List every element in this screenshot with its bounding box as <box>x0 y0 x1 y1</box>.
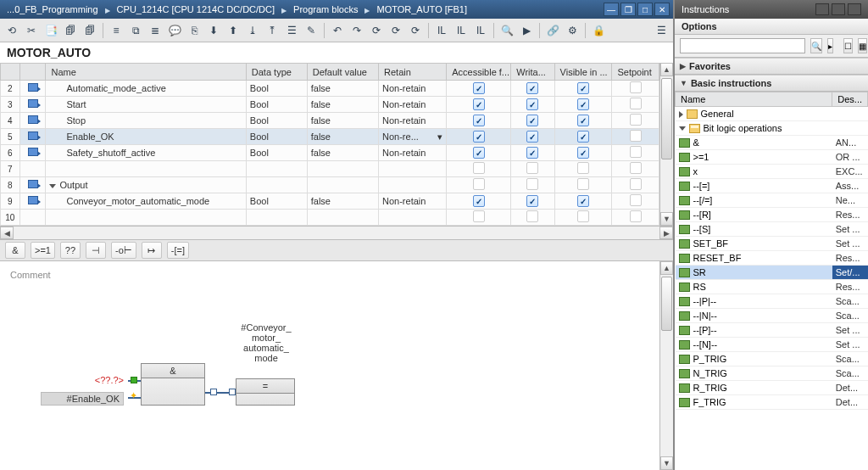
tree-col-desc[interactable]: Des... <box>832 92 868 107</box>
window-min-icon[interactable]: — <box>604 3 619 16</box>
tool-icon[interactable]: 🔍 <box>498 22 515 39</box>
tree-node[interactable]: xEXC... <box>676 165 868 179</box>
tool-icon[interactable]: ↷ <box>348 22 365 39</box>
interface-row[interactable]: 4 Stop Bool false Non-retain ✓ ✓ ✓ <box>1 113 659 129</box>
favorites-header[interactable]: ▶Favorites <box>675 58 868 75</box>
assign-box[interactable]: = <box>236 378 295 406</box>
op-empty-button[interactable]: ?? <box>60 242 81 259</box>
interface-row[interactable]: 2 Automatic_mode_active Bool false Non-r… <box>1 81 659 97</box>
window-close-icon[interactable]: ✕ <box>654 3 670 16</box>
tree-node[interactable]: SRSet/... <box>676 266 868 280</box>
search-next-icon[interactable]: ▸ <box>827 38 833 53</box>
tree-node[interactable]: >=1OR ... <box>676 150 868 165</box>
tool-icon[interactable]: 🔗 <box>544 22 561 39</box>
grid-h-scroll[interactable]: ◀▶ <box>0 226 673 239</box>
crumb-0[interactable]: ...0_FB_Programming <box>3 4 102 14</box>
tree-node[interactable]: --[P]--Set ... <box>676 323 868 338</box>
view-icon[interactable]: ☐ <box>843 38 853 53</box>
tool-icon[interactable]: 📑 <box>42 22 59 39</box>
op-and-button[interactable]: & <box>5 242 25 259</box>
window-max-icon[interactable]: □ <box>637 3 653 16</box>
tool-icon[interactable]: IL <box>433 22 450 39</box>
input-err-operand[interactable]: <??.?> <box>73 375 124 385</box>
interface-row[interactable]: 10 <box>1 210 659 226</box>
col-default[interactable]: Default value <box>307 64 378 81</box>
tree-node[interactable]: --|N|--Sca... <box>676 309 868 323</box>
tree-node[interactable]: RESET_BFRes... <box>676 251 868 266</box>
tool-icon[interactable]: ⬇ <box>205 22 222 39</box>
col-visible[interactable]: Visible in ... <box>554 64 612 81</box>
grid-v-scroll[interactable]: ▲▼ <box>659 63 673 226</box>
tool-icon[interactable]: IL <box>472 22 489 39</box>
tool-icon[interactable]: ☰ <box>283 22 300 39</box>
tool-icon[interactable]: 💬 <box>166 22 183 39</box>
tool-icon[interactable]: ⎘ <box>186 22 203 39</box>
tool-icon[interactable]: ⚙ <box>564 22 581 39</box>
tool-icon[interactable]: ✂ <box>23 22 40 39</box>
tree-node[interactable]: General <box>676 107 868 121</box>
tree-node[interactable]: --[S]Set ... <box>676 222 868 237</box>
interface-row[interactable]: 5 Enable_OK Bool false Non-re... ▾ ✓ ✓ ✓ <box>1 129 659 145</box>
tree-node[interactable]: --[/=]Ne... <box>676 193 868 208</box>
tool-icon[interactable]: ▶ <box>518 22 535 39</box>
col-name[interactable]: Name <box>46 64 246 81</box>
crumb-2[interactable]: Program blocks <box>290 4 361 14</box>
col-retain[interactable]: Retain <box>379 64 447 81</box>
input-enable-operand[interactable]: #Enable_OK <box>41 392 124 406</box>
tool-icon[interactable]: ⟲ <box>3 22 20 39</box>
side-collapse-icon[interactable] <box>848 3 861 15</box>
view-grid-icon[interactable]: ▦ <box>858 38 867 53</box>
basic-instructions-header[interactable]: ▼Basic instructions <box>675 75 868 92</box>
tool-icon[interactable]: ✎ <box>303 22 320 39</box>
tree-node[interactable]: --[=]Ass... <box>676 179 868 193</box>
tree-col-name[interactable]: Name <box>676 92 832 107</box>
interface-row[interactable]: 9 Conveyor_motor_automatic_mode Bool fal… <box>1 193 659 210</box>
tool-icon[interactable]: 🗐 <box>62 22 79 39</box>
tool-icon[interactable]: ⟳ <box>407 22 424 39</box>
crumb-1[interactable]: CPU_1214C [CPU 1214C DC/DC/DC] <box>114 4 278 14</box>
tree-node[interactable]: N_TRIGSca... <box>676 366 868 381</box>
tree-node[interactable]: Bit logic operations <box>676 121 868 136</box>
side-dock-icon[interactable] <box>815 3 829 15</box>
side-dock-icon[interactable] <box>832 3 845 15</box>
network-editor[interactable]: Comment & = #Conveyor_ motor_ automatic_… <box>0 261 673 470</box>
output-operand[interactable]: #Conveyor_ motor_ automatic_ mode <box>225 322 307 363</box>
tool-icon[interactable]: ⤓ <box>244 22 261 39</box>
tool-icon[interactable]: ≡ <box>108 22 125 39</box>
sidebar-toggle-icon[interactable]: ☰ <box>653 22 670 39</box>
and-box[interactable]: & <box>141 363 205 406</box>
crumb-3[interactable]: MOTOR_AUTO [FB1] <box>373 4 470 14</box>
tree-node[interactable]: --|P|--Sca... <box>676 294 868 309</box>
tool-icon[interactable]: ⟳ <box>368 22 385 39</box>
tree-node[interactable]: RSRes... <box>676 280 868 294</box>
col-datatype[interactable]: Data type <box>246 64 307 81</box>
tool-icon[interactable]: ⤒ <box>264 22 281 39</box>
editor-v-scroll[interactable]: ▲▼ <box>659 261 673 470</box>
interface-row[interactable]: 8 Output <box>1 177 659 193</box>
col-writable[interactable]: Writa... <box>511 64 554 81</box>
search-icon[interactable]: 🔍 <box>810 38 822 53</box>
op-branch-button[interactable]: ↦ <box>142 242 162 259</box>
tool-icon[interactable]: IL <box>453 22 470 39</box>
search-input[interactable] <box>680 38 805 53</box>
tool-icon[interactable]: ⧉ <box>127 22 144 39</box>
op-neg-button[interactable]: -o⊢ <box>111 242 136 259</box>
op-assign-button[interactable]: -[=] <box>167 242 189 259</box>
tool-icon[interactable]: ↶ <box>329 22 346 39</box>
interface-row[interactable]: 6 Safety_shutoff_active Bool false Non-r… <box>1 145 659 161</box>
instruction-tree[interactable]: Name Des... GeneralBit logic operations&… <box>675 92 868 470</box>
op-or-button[interactable]: >=1 <box>31 242 55 259</box>
interface-row[interactable]: 3 Start Bool false Non-retain ✓ ✓ ✓ <box>1 97 659 113</box>
interface-row[interactable]: 7 <box>1 161 659 177</box>
col-setpoint[interactable]: Setpoint <box>612 64 659 81</box>
options-header[interactable]: Options <box>675 19 868 35</box>
tree-node[interactable]: R_TRIGDet... <box>676 381 868 395</box>
tool-icon[interactable]: ≣ <box>147 22 164 39</box>
col-accessible[interactable]: Accessible f... <box>447 64 511 81</box>
comment-label[interactable]: Comment <box>7 268 653 282</box>
window-restore-icon[interactable]: ❐ <box>620 3 636 16</box>
tool-icon[interactable]: 🗐 <box>81 22 98 39</box>
tool-icon[interactable]: ⬆ <box>225 22 242 39</box>
interface-grid[interactable]: Name Data type Default value Retain Acce… <box>0 63 673 239</box>
tree-node[interactable]: P_TRIGSca... <box>676 352 868 366</box>
